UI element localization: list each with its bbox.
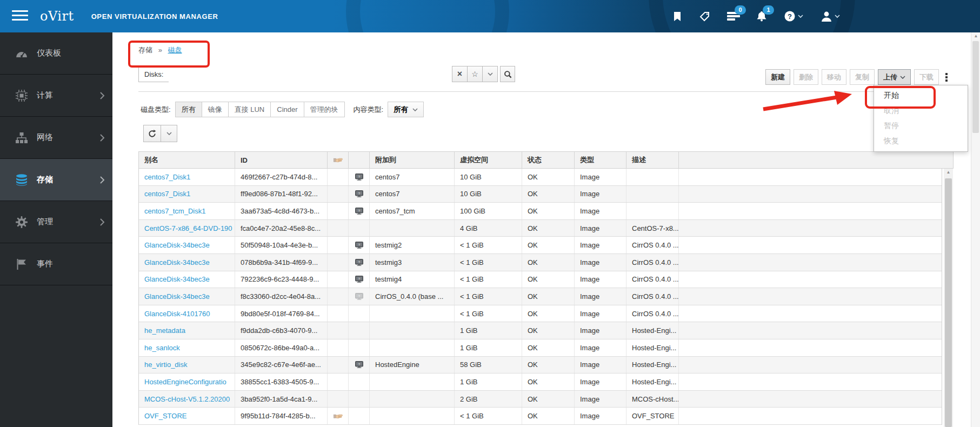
chevron-down-icon (412, 108, 418, 111)
sidebar-item-network[interactable]: 网络 (0, 117, 112, 159)
table-body: centos7_Disk1 469f2667-c27b-474d-8... ? … (138, 169, 942, 425)
sidebar-item-events[interactable]: 事件 (0, 243, 112, 285)
refresh-button[interactable] (143, 125, 161, 142)
copy-button[interactable]: 复制 (850, 69, 875, 85)
disk-alias-link[interactable]: centos7_Disk1 (144, 173, 190, 181)
kebab-menu-button[interactable] (942, 69, 951, 85)
scroll-up-arrow[interactable]: ▲ (944, 170, 953, 175)
scroll-up-arrow[interactable]: ▲ (971, 34, 980, 39)
virtual-size: < 1 GiB (455, 288, 522, 305)
disk-alias-link[interactable]: GlanceDisk-4101760 (144, 310, 210, 318)
shareable-cell (328, 237, 349, 253)
network-icon (15, 131, 28, 144)
upload-menu-cancel[interactable]: 取消 (874, 103, 968, 118)
disk-alias-link[interactable]: he_metadata (144, 326, 185, 335)
virtual-size: 4 GiB (455, 220, 522, 237)
sidebar-item-storage[interactable]: 存储 (0, 159, 112, 201)
disk-alias-link[interactable]: he_sanlock (144, 344, 180, 352)
upload-menu-start[interactable]: 开始 (874, 88, 968, 103)
table-row[interactable]: GlanceDisk-34bec3e 50f50948-10a4-4e3e-b.… (139, 237, 942, 254)
attachment-icon-cell (349, 373, 370, 390)
disk-alias-link[interactable]: GlanceDisk-34bec3e (144, 275, 210, 283)
new-button[interactable]: 新建 (765, 69, 790, 85)
table-row[interactable]: GlanceDisk-34bec3e f8c33060-d2cc-4e04-8a… (139, 288, 942, 305)
header-attachment-icon[interactable] (349, 152, 370, 168)
help-menu[interactable]: ? (783, 9, 804, 23)
table-row[interactable]: GlanceDisk-4101760 9bd80e5f-018f-4769-84… (139, 305, 942, 323)
filler-cell (679, 408, 942, 424)
content-type-dropdown[interactable]: 所有 (388, 102, 424, 117)
table-row[interactable]: he_sanlock 0850672c-86be-49a0-a... 1 GiB… (139, 339, 942, 357)
tasks-icon[interactable]: 0 (726, 9, 741, 23)
disk-alias-link[interactable]: OVF_STORE (144, 412, 187, 420)
disk-type-all[interactable]: 所有 (175, 102, 202, 117)
search-bookmark-star-button[interactable]: ☆ (468, 66, 483, 82)
disk-type-direct-lun[interactable]: 直接 LUN (229, 102, 271, 117)
table-row[interactable]: MCOS-cHost-V5.1.2.20200 3ba952f0-1a5d-4c… (139, 391, 942, 408)
disk-type-image[interactable]: 镜像 (202, 102, 229, 117)
bookmark-icon[interactable] (670, 9, 684, 23)
table-row[interactable]: GlanceDisk-34bec3e 792236c9-6c23-4448-9.… (139, 271, 942, 289)
search-input[interactable] (169, 66, 452, 82)
table-row[interactable]: he_metadata f9dda2db-c6b3-4070-9... 1 Gi… (139, 322, 942, 339)
attachment-icon-cell (349, 305, 370, 322)
disk-alias-link[interactable]: GlanceDisk-34bec3e (144, 292, 210, 301)
search-button[interactable] (500, 66, 515, 82)
disk-alias-link[interactable]: GlanceDisk-34bec3e (144, 241, 210, 249)
page-scrollbar-thumb[interactable] (972, 41, 979, 133)
download-button[interactable]: 下载 (914, 69, 939, 85)
menu-toggle-icon[interactable] (12, 10, 28, 22)
disk-alias-link[interactable]: CentOS-7-x86_64-DVD-190 (144, 224, 232, 232)
disk-alias-link[interactable]: he_virtio_disk (144, 361, 188, 369)
search-history-chevron-button[interactable] (483, 66, 498, 82)
upload-menu-pause[interactable]: 暂停 (874, 118, 968, 134)
sidebar-item-dashboard[interactable]: 仪表板 (0, 32, 112, 75)
upload-button[interactable]: 上传 (878, 69, 911, 85)
disk-alias-link[interactable]: centos7_Disk1 (144, 190, 190, 198)
table-scrollbar-thumb[interactable] (945, 178, 952, 427)
upload-menu-resume[interactable]: 恢复 (874, 134, 968, 149)
header-shareable-icon[interactable] (328, 152, 349, 168)
gear-icon (15, 216, 28, 229)
table-row[interactable]: HostedEngineConfiguratio 38855cc1-6383-4… (139, 373, 942, 391)
table-row[interactable]: CentOS-7-x86_64-DVD-190 fca0c4e7-20a2-45… (139, 220, 942, 237)
table-row[interactable]: OVF_STORE 9f95b11d-784f-4285-b... < 1 Gi… (139, 408, 942, 425)
move-button[interactable]: 移动 (822, 69, 846, 85)
sidebar-item-compute[interactable]: 计算 (0, 75, 112, 117)
table-row[interactable]: he_virtio_disk 345e9c82-c67e-4e6f-ae... … (139, 357, 942, 374)
refresh-options-chevron-button[interactable] (161, 125, 177, 142)
page-scrollbar[interactable]: ▲ (971, 32, 980, 427)
shareable-cell (328, 288, 349, 305)
tag-icon[interactable] (698, 9, 712, 23)
disk-type-managed-block[interactable]: 管理的块 (304, 102, 345, 117)
header-status[interactable]: 状态 (522, 152, 575, 168)
description: Hosted-Engi... (626, 357, 679, 373)
header-description[interactable]: 描述 (626, 152, 679, 168)
header-id[interactable]: ID (235, 152, 328, 168)
disk-alias-link[interactable]: HostedEngineConfiguratio (144, 378, 226, 386)
search-clear-button[interactable]: × (452, 66, 468, 82)
header-attached-to[interactable]: 附加到 (370, 152, 455, 168)
table-row[interactable]: centos7_Disk1 ff9ed086-87b1-48f1-92... ?… (139, 186, 942, 203)
header-type[interactable]: 类型 (575, 152, 626, 168)
table-row[interactable]: centos7_Disk1 469f2667-c27b-474d-8... ? … (139, 169, 942, 186)
table-scrollbar[interactable]: ▲ (944, 169, 953, 427)
remove-button[interactable]: 删除 (794, 69, 818, 85)
attachment-icon-cell (349, 408, 370, 424)
header-virtual-size[interactable]: 虚拟空间 (455, 152, 522, 168)
disk-type-cinder[interactable]: Cinder (271, 102, 304, 117)
disk-alias-link[interactable]: MCOS-cHost-V5.1.2.20200 (144, 395, 230, 403)
ovirt-disks-page: oVirt OPEN VIRTUALIZATION MANAGER 0 (0, 0, 980, 427)
notifications-bell-icon[interactable]: 1 (755, 9, 769, 23)
description: Hosted-Engi... (626, 373, 679, 390)
breadcrumb-current-disks-link[interactable]: 磁盘 (168, 46, 182, 54)
sidebar-item-administration[interactable]: 管理 (0, 201, 112, 243)
cpu-icon (15, 89, 28, 102)
user-menu[interactable] (818, 9, 842, 23)
description: CirrOS 0.4.0 ... (626, 305, 679, 322)
disk-alias-link[interactable]: GlanceDisk-34bec3e (144, 258, 210, 266)
header-alias[interactable]: 别名 (139, 152, 235, 168)
table-row[interactable]: centos7_tcm_Disk1 3aa673a5-4c8d-4673-b..… (139, 203, 942, 220)
table-row[interactable]: GlanceDisk-34bec3e 078b6b9a-341b-4f69-9.… (139, 254, 942, 271)
disk-alias-link[interactable]: centos7_tcm_Disk1 (144, 207, 205, 215)
